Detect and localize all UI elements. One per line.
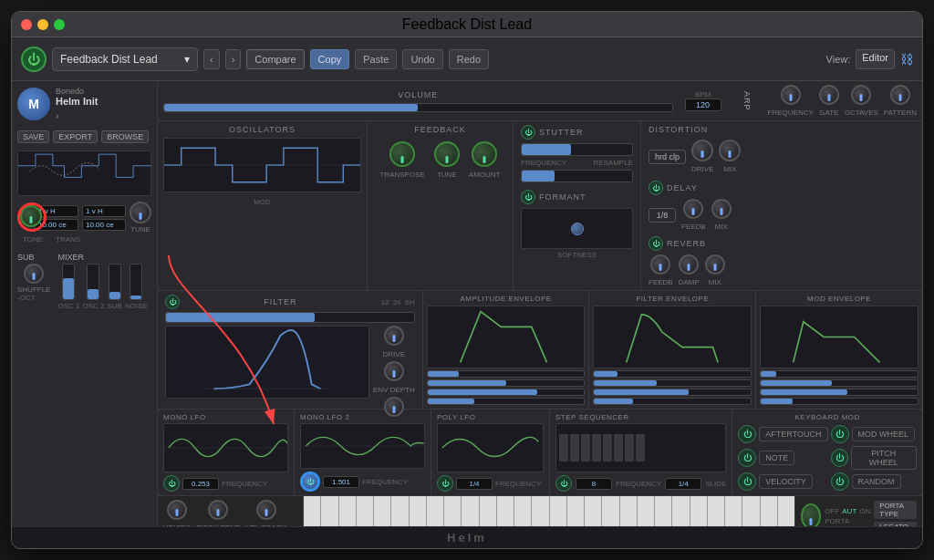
formant-dot[interactable] xyxy=(571,223,584,235)
white-key[interactable] xyxy=(550,496,567,526)
reverb-power[interactable]: ⏻ xyxy=(649,236,663,251)
arp-freq-knob[interactable] xyxy=(781,85,801,105)
feedback-transpose-knob[interactable] xyxy=(389,141,415,167)
nav-back-button[interactable]: ‹ xyxy=(203,49,220,69)
mod-wheel-btn[interactable]: MOD WHEEL xyxy=(852,427,916,441)
preset-dropdown[interactable]: Feedback Dist Lead ▾ xyxy=(52,47,198,71)
mod-d-slider[interactable] xyxy=(760,379,918,387)
stutter-power[interactable]: ⏻ xyxy=(521,125,535,140)
pitch-bend-knob[interactable] xyxy=(208,500,228,520)
white-key[interactable] xyxy=(708,496,725,526)
mod-s-slider[interactable] xyxy=(760,389,918,396)
stutter-resample-slider[interactable] xyxy=(521,170,633,182)
compare-button[interactable]: Compare xyxy=(246,49,304,69)
random-btn[interactable]: RANDOM xyxy=(852,474,901,489)
white-key[interactable] xyxy=(339,496,357,526)
mono-lfo2-power[interactable]: ⏻ xyxy=(302,473,318,490)
osc2-fader[interactable] xyxy=(87,264,99,300)
arp-gate-knob[interactable] xyxy=(819,85,839,105)
undo-button[interactable]: Undo xyxy=(402,49,442,69)
stutter-freq-slider[interactable] xyxy=(521,143,633,156)
formant-power[interactable]: ⏻ xyxy=(521,190,535,204)
trans-knob[interactable] xyxy=(130,202,151,223)
arp-octaves-knob[interactable] xyxy=(851,85,871,105)
volume-slider2[interactable] xyxy=(163,103,673,112)
step-seq-freq[interactable]: 1/4 xyxy=(665,478,701,490)
nav-forward-button[interactable]: › xyxy=(225,49,242,69)
save-button[interactable]: SAVE xyxy=(17,130,49,143)
white-key[interactable] xyxy=(497,496,514,526)
white-key[interactable] xyxy=(480,496,497,526)
filter-d-slider[interactable] xyxy=(593,379,752,387)
reverb-mix-knob[interactable] xyxy=(705,254,725,275)
white-key[interactable] xyxy=(444,496,462,526)
osc1-fader[interactable] xyxy=(62,264,75,300)
copy-button[interactable]: Copy xyxy=(310,49,350,69)
filter-power[interactable]: ⏻ xyxy=(165,295,180,309)
power-button[interactable]: ⏻ xyxy=(21,47,47,72)
white-key[interactable] xyxy=(655,496,672,526)
delay-power[interactable]: ⏻ xyxy=(649,181,663,195)
filter-drive-knob[interactable] xyxy=(384,326,404,346)
tone-knob[interactable] xyxy=(20,205,42,227)
piano-keyboard[interactable]: C2 C3 C4 C5 xyxy=(304,496,794,526)
white-key[interactable] xyxy=(532,496,549,526)
dist-mix-knob[interactable] xyxy=(719,140,741,161)
filter-cutoff-slider[interactable] xyxy=(165,312,415,323)
velocity-power[interactable]: ⏻ xyxy=(738,472,756,491)
white-key[interactable] xyxy=(690,496,708,526)
link-icon[interactable]: ⛓ xyxy=(900,52,913,67)
arp-pattern-knob[interactable] xyxy=(890,85,910,105)
maximize-button[interactable] xyxy=(54,19,65,30)
white-key[interactable] xyxy=(321,496,338,526)
white-key[interactable] xyxy=(761,496,778,526)
velocity-btn[interactable]: VELOCITY xyxy=(759,474,813,489)
porta-knob[interactable] xyxy=(801,503,821,527)
close-button[interactable] xyxy=(21,19,32,30)
white-key[interactable] xyxy=(725,496,742,526)
mono-lfo-power[interactable]: ⏻ xyxy=(163,475,180,492)
delay-feedb-knob[interactable] xyxy=(683,199,703,219)
feedback-amount-knob[interactable] xyxy=(472,141,497,167)
filter-env-depth-knob[interactable] xyxy=(384,361,404,381)
white-key[interactable] xyxy=(742,496,760,526)
paste-button[interactable]: Paste xyxy=(355,49,397,69)
feedback-tune-knob[interactable] xyxy=(434,141,460,167)
vel-track-knob[interactable] xyxy=(256,500,276,520)
white-key[interactable] xyxy=(462,496,479,526)
white-key[interactable] xyxy=(567,496,585,526)
noise-fader[interactable] xyxy=(130,264,142,300)
filter-s-slider[interactable] xyxy=(593,389,752,396)
white-key[interactable] xyxy=(410,496,427,526)
reverb-damp-knob[interactable] xyxy=(679,254,699,275)
voices-knob[interactable] xyxy=(167,500,187,520)
filter-a-slider[interactable] xyxy=(593,370,752,378)
porta-type-btn[interactable]: PORTA TYPE xyxy=(874,501,917,519)
redo-button[interactable]: Redo xyxy=(449,49,489,69)
view-selector[interactable]: Editor xyxy=(856,49,895,69)
browse-button[interactable]: BROWSE xyxy=(101,130,149,143)
export-button[interactable]: EXPORT xyxy=(53,130,98,143)
white-key[interactable] xyxy=(672,496,690,526)
white-key[interactable] xyxy=(391,496,409,526)
white-key[interactable] xyxy=(357,496,374,526)
white-key[interactable] xyxy=(638,496,655,526)
mod-wheel-power[interactable]: ⏻ xyxy=(831,425,849,443)
amp-d-slider[interactable] xyxy=(427,379,586,387)
amp-s-slider[interactable] xyxy=(427,389,586,396)
white-key[interactable] xyxy=(304,496,321,526)
amp-r-slider[interactable] xyxy=(427,398,586,405)
shuffle-knob[interactable] xyxy=(24,264,44,284)
aftertouch-power[interactable]: ⏻ xyxy=(738,425,756,443)
delay-mix-knob[interactable] xyxy=(711,199,732,219)
white-key[interactable] xyxy=(602,496,619,526)
mod-a-slider[interactable] xyxy=(760,370,918,378)
poly-lfo-freq[interactable]: 1/4 xyxy=(456,478,493,490)
white-key[interactable] xyxy=(778,496,794,526)
white-key[interactable] xyxy=(514,496,532,526)
white-key[interactable] xyxy=(620,496,638,526)
aftertouch-btn[interactable]: AFTERTOUCH xyxy=(759,427,827,441)
white-key[interactable] xyxy=(585,496,602,526)
note-btn[interactable]: NOTE xyxy=(759,451,794,465)
mod-r-slider[interactable] xyxy=(760,398,918,405)
